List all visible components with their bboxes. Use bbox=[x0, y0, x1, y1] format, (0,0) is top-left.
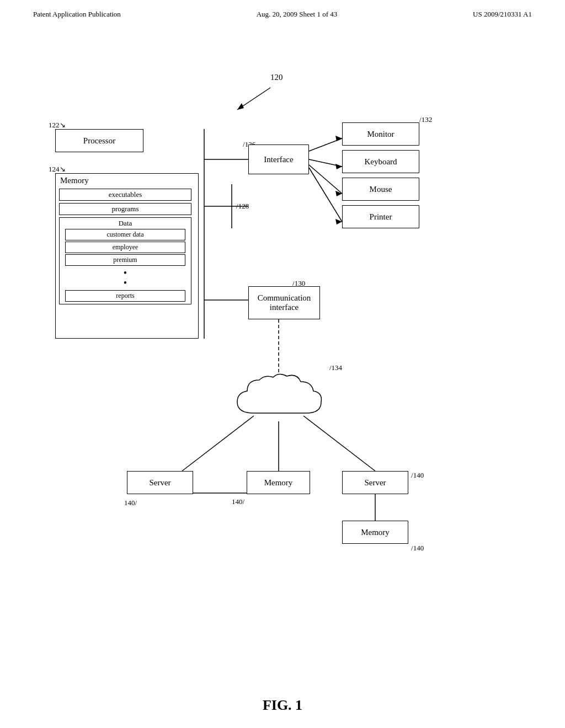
cloud-shape: /134 bbox=[232, 372, 331, 429]
interface-box: Interface bbox=[248, 144, 309, 174]
server1-box: Server bbox=[127, 471, 193, 494]
header-left: Patent Application Publication bbox=[33, 10, 121, 19]
memory-outer-box: Memory executables programs Data custome… bbox=[55, 173, 199, 339]
label-120: 120 bbox=[270, 73, 283, 82]
processor-box: Processor bbox=[55, 129, 143, 152]
svg-line-6 bbox=[309, 159, 342, 167]
svg-line-8 bbox=[309, 168, 342, 222]
page-header: Patent Application Publication Aug. 20, … bbox=[0, 0, 565, 24]
premium-box: premium bbox=[65, 254, 185, 266]
monitor-box: Monitor bbox=[342, 122, 419, 146]
header-right: US 2009/210331 A1 bbox=[473, 10, 532, 19]
ref-140-server1: 140/ bbox=[124, 499, 137, 507]
ref-128: /128 bbox=[236, 202, 249, 211]
svg-marker-1 bbox=[237, 103, 244, 110]
memory2-box: Memory bbox=[342, 521, 408, 544]
ellipsis: •• bbox=[63, 267, 188, 289]
programs-box: programs bbox=[59, 203, 191, 215]
diagram-area: 120 122↘ Processor 124↘ Memory executabl… bbox=[0, 24, 565, 686]
reports-box: reports bbox=[65, 290, 185, 302]
server2-box: Server bbox=[342, 471, 408, 494]
svg-line-5 bbox=[309, 138, 342, 151]
ref-134: /134 bbox=[329, 363, 342, 372]
ref-122: 122↘ bbox=[49, 121, 66, 130]
svg-marker-11 bbox=[335, 191, 342, 196]
customer-data-box: customer data bbox=[65, 229, 185, 240]
executables-box: executables bbox=[59, 189, 191, 201]
ref-132: /132 bbox=[419, 115, 432, 124]
memory1-box: Memory bbox=[247, 471, 310, 494]
data-group-box: Data customer data employee premium •• r… bbox=[59, 217, 191, 304]
mouse-box: Mouse bbox=[342, 178, 419, 201]
svg-marker-12 bbox=[335, 219, 342, 224]
keyboard-box: Keyboard bbox=[342, 150, 419, 173]
comm-interface-box: Communication interface bbox=[248, 286, 320, 319]
ref-124: 124↘ bbox=[49, 165, 66, 174]
ref-140-server2: /140 bbox=[411, 471, 424, 480]
memory-label: Memory bbox=[56, 174, 93, 188]
svg-line-0 bbox=[237, 88, 270, 110]
figure-caption: FIG. 1 bbox=[0, 686, 565, 728]
ref-140-memory2: /140 bbox=[411, 544, 424, 553]
svg-line-7 bbox=[309, 165, 342, 194]
employee-box: employee bbox=[65, 242, 185, 253]
svg-marker-9 bbox=[335, 136, 342, 141]
diagram-lines bbox=[0, 24, 565, 686]
header-center: Aug. 20, 2009 Sheet 1 of 43 bbox=[257, 10, 338, 19]
printer-box: Printer bbox=[342, 205, 419, 228]
ref-140-memory1: 140/ bbox=[232, 497, 244, 506]
svg-marker-10 bbox=[335, 164, 342, 169]
